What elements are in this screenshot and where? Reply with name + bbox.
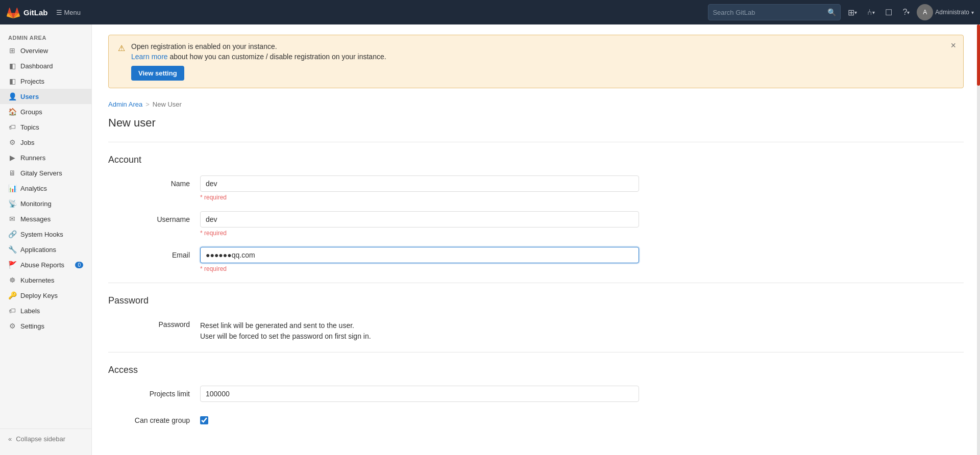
plus-square-icon: ⊞ (848, 8, 854, 17)
labels-icon: 🏷 (8, 307, 16, 315)
abuse-reports-icon: 🚩 (8, 261, 16, 269)
gitaly-icon: 🖥 (8, 169, 16, 177)
sidebar-item-groups[interactable]: 🏠 Groups (0, 104, 91, 119)
help-button[interactable]: ? ▾ (899, 6, 913, 19)
email-required-hint: required (200, 265, 639, 272)
sidebar-item-label: Deploy Keys (20, 292, 58, 299)
deploy-keys-icon: 🔑 (8, 291, 16, 299)
chevron-down-icon: ▾ (971, 10, 974, 15)
sidebar-item-label: Topics (20, 123, 39, 131)
password-hint-text: Reset link will be generated and sent to… (200, 316, 639, 342)
topnav: GitLab ☰ Menu 🔍 ⊞ ▾ ⑃ ▾ ☐ ? ▾ A Administ… (0, 0, 980, 24)
breadcrumb-separator: > (145, 100, 150, 108)
monitoring-icon: 📡 (8, 199, 16, 208)
projects-limit-input[interactable] (200, 386, 639, 402)
sidebar-item-analytics[interactable]: 📊 Analytics (0, 181, 91, 196)
projects-limit-row: Projects limit (108, 386, 964, 402)
overview-icon: ⊞ (8, 46, 16, 55)
sidebar-item-system-hooks[interactable]: 🔗 System Hooks (0, 226, 91, 242)
sidebar-item-label: Projects (20, 78, 44, 85)
username-field-row: Username required (108, 211, 964, 237)
username-required-hint: required (200, 230, 639, 237)
merge-requests-button[interactable]: ⑃ ▾ (864, 6, 878, 19)
username-label: Username (108, 211, 190, 223)
hooks-icon: 🔗 (8, 230, 16, 238)
gitlab-logo[interactable]: GitLab (6, 5, 48, 19)
scrollbar[interactable] (977, 24, 980, 455)
issues-button[interactable]: ☐ (882, 6, 895, 19)
topics-icon: 🏷 (8, 123, 16, 131)
sidebar-item-monitoring[interactable]: 📡 Monitoring (0, 196, 91, 211)
gitlab-wordmark: GitLab (23, 8, 48, 17)
account-section-header: Account (108, 155, 964, 165)
sidebar-item-label: Dashboard (20, 62, 53, 70)
can-create-group-checkbox[interactable] (200, 416, 208, 424)
access-section-header: Access (108, 365, 964, 375)
sidebar-item-label: Runners (20, 154, 45, 162)
sidebar-item-runners[interactable]: ▶ Runners (0, 150, 91, 165)
sidebar-item-applications[interactable]: 🔧 Applications (0, 242, 91, 257)
name-label: Name (108, 175, 190, 188)
collapse-label: Collapse sidebar (16, 435, 65, 443)
search-icon: 🔍 (827, 8, 836, 16)
email-label: Email (108, 247, 190, 259)
groups-icon: 🏠 (8, 108, 16, 116)
page-divider (108, 142, 964, 142)
user-avatar-button[interactable]: A Administrato ▾ (917, 4, 974, 20)
main-content: ⚠ Open registration is enabled on your i… (92, 24, 980, 455)
username-field: required (200, 211, 639, 237)
sidebar-item-jobs[interactable]: ⚙ Jobs (0, 135, 91, 150)
sidebar-item-settings[interactable]: ⚙ Settings (0, 318, 91, 334)
password-label: Password (108, 316, 190, 328)
email-field: required (200, 247, 639, 272)
breadcrumb-current: New User (153, 100, 182, 108)
name-required-hint: required (200, 194, 639, 201)
search-box[interactable]: 🔍 (708, 4, 841, 20)
sidebar-item-gitaly-servers[interactable]: 🖥 Gitaly Servers (0, 165, 91, 181)
sidebar-item-label: Overview (20, 47, 48, 55)
email-field-row: Email required (108, 247, 964, 272)
analytics-icon: 📊 (8, 184, 16, 192)
sidebar-item-label: Abuse Reports (20, 261, 64, 269)
sidebar-item-label: Kubernetes (20, 276, 55, 284)
password-field: Reset link will be generated and sent to… (200, 316, 639, 342)
sidebar-item-label: Users (20, 93, 39, 100)
messages-icon: ✉ (8, 215, 16, 223)
sidebar-item-label: Settings (20, 322, 44, 330)
sidebar-item-labels[interactable]: 🏷 Labels (0, 303, 91, 318)
search-input[interactable] (713, 9, 827, 16)
breadcrumb-admin-area[interactable]: Admin Area (108, 100, 142, 108)
kubernetes-icon: ☸ (8, 276, 16, 284)
sidebar-item-deploy-keys[interactable]: 🔑 Deploy Keys (0, 288, 91, 303)
chevron-down-icon: ▾ (872, 10, 875, 15)
hamburger-icon: ☰ (56, 9, 62, 16)
sidebar-item-label: Messages (20, 215, 51, 223)
sidebar-item-dashboard[interactable]: ◧ Dashboard (0, 58, 91, 73)
new-item-button[interactable]: ⊞ ▾ (845, 6, 860, 19)
banner-close-button[interactable]: × (950, 40, 956, 51)
learn-more-link[interactable]: Learn more (131, 53, 168, 61)
settings-icon: ⚙ (8, 322, 16, 330)
projects-limit-label: Projects limit (108, 386, 190, 398)
sidebar-item-projects[interactable]: ◧ Projects (0, 73, 91, 89)
abuse-reports-badge: 0 (75, 262, 83, 268)
sidebar-item-label: Gitaly Servers (20, 169, 62, 177)
scrollbar-thumb[interactable] (977, 24, 980, 86)
sidebar-item-overview[interactable]: ⊞ Overview (0, 43, 91, 58)
sidebar-item-label: System Hooks (20, 231, 63, 238)
collapse-sidebar-button[interactable]: « Collapse sidebar (0, 428, 91, 449)
sidebar-item-users[interactable]: 👤 Users (0, 89, 91, 104)
sidebar-item-kubernetes[interactable]: ☸ Kubernetes (0, 272, 91, 288)
sidebar-item-abuse-reports[interactable]: 🚩 Abuse Reports 0 (0, 257, 91, 272)
page-title: New user (108, 116, 964, 130)
username-input[interactable] (200, 211, 639, 228)
menu-button[interactable]: ☰ Menu (52, 7, 85, 18)
can-create-group-row: Can create group (108, 412, 964, 426)
name-input[interactable] (200, 175, 639, 192)
sidebar-item-topics[interactable]: 🏷 Topics (0, 119, 91, 135)
view-setting-button[interactable]: View setting (131, 66, 184, 81)
sidebar-item-messages[interactable]: ✉ Messages (0, 211, 91, 226)
registration-banner: ⚠ Open registration is enabled on your i… (108, 35, 964, 88)
issues-icon: ☐ (885, 8, 892, 17)
email-input[interactable] (200, 247, 639, 263)
